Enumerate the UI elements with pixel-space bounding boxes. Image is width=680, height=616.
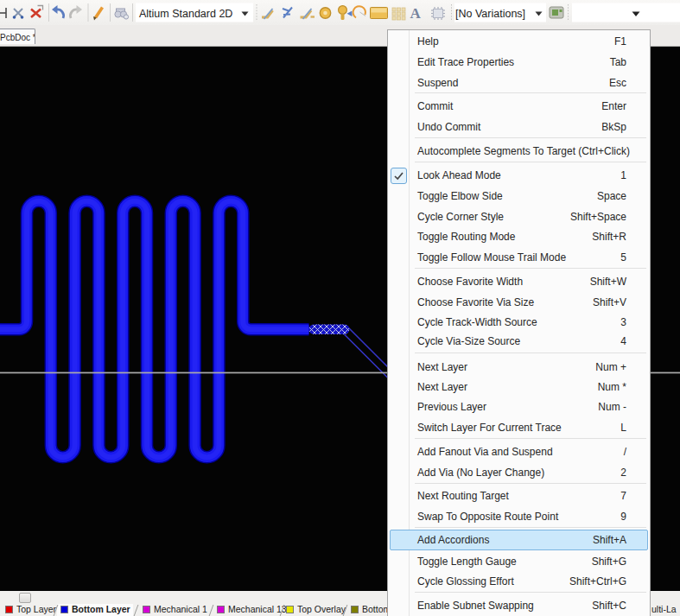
svg-text:A: A xyxy=(410,5,422,22)
svg-text:Altium Standard 2D: Altium Standard 2D xyxy=(139,8,232,20)
svg-text:[No Variations]: [No Variations] xyxy=(455,8,525,20)
